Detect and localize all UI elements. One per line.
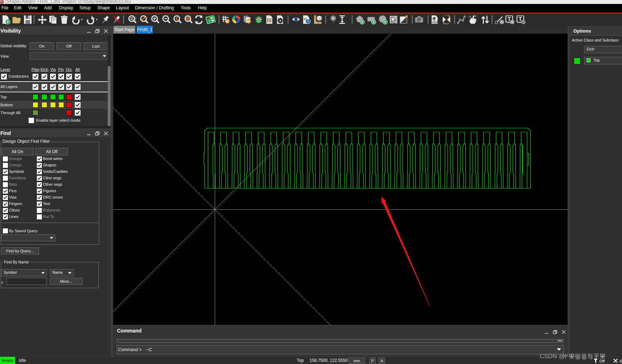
svg-text:i: i <box>307 19 308 23</box>
svg-text:G: G <box>619 359 622 363</box>
